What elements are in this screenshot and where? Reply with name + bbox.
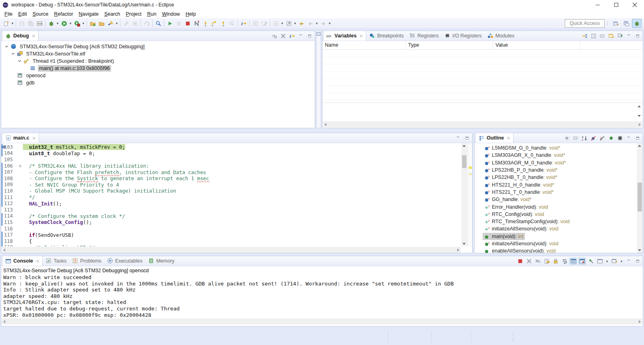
outline-item[interactable]: sHTS221_T_0_handle : void* bbox=[475, 189, 636, 196]
outline-item[interactable]: sLSM6DSM_G_0_handle : void* bbox=[475, 144, 636, 152]
close-tab-icon[interactable] bbox=[36, 259, 39, 263]
tab-modules[interactable]: Modules bbox=[485, 31, 517, 41]
menu-source[interactable]: Source bbox=[30, 10, 52, 18]
minimized-view-bar[interactable] bbox=[316, 31, 321, 128]
code-line[interactable]: 110 - Global MSP (MCU Support Package) i… bbox=[1, 188, 461, 194]
instruction-stepping-button[interactable] bbox=[251, 19, 260, 28]
show-on-stdout-button[interactable]: ab bbox=[570, 258, 577, 265]
outline-vscrollbar[interactable] bbox=[637, 143, 643, 253]
dropdown-caret-icon[interactable]: ▾ bbox=[68, 21, 72, 25]
close-tab-icon[interactable] bbox=[32, 136, 36, 140]
java-perspective-icon[interactable] bbox=[621, 19, 631, 28]
tab-memory[interactable]: Memory bbox=[145, 256, 177, 266]
back-to-main-button[interactable] bbox=[297, 19, 306, 28]
minimize-view-button[interactable] bbox=[625, 135, 632, 142]
tab-console[interactable]: Console bbox=[2, 256, 43, 266]
tab-registers[interactable]: Registers bbox=[407, 31, 442, 41]
external-tools-button[interactable] bbox=[72, 19, 81, 28]
debug-tree-row[interactable]: STM32L4xx-SensorTile Debug [Ac6 STM32 De… bbox=[1, 43, 315, 50]
run-button[interactable] bbox=[60, 19, 68, 28]
outline-item[interactable]: sLSM303AGR_M_0_handle : void* bbox=[475, 159, 636, 166]
close-tab-icon[interactable] bbox=[507, 136, 510, 140]
step-into-button[interactable] bbox=[201, 19, 210, 28]
outline-item-label[interactable]: HTS221_T_0_handle bbox=[492, 189, 540, 195]
debug-perspective-icon[interactable] bbox=[632, 19, 642, 28]
outline-item[interactable]: sLPS22HB_T_0_handle : void* bbox=[475, 174, 636, 181]
hide-non-public-button[interactable] bbox=[607, 135, 615, 142]
show-on-stderr-button[interactable] bbox=[578, 258, 586, 265]
code-line[interactable]: 115 SystemClock_Config(); bbox=[1, 219, 461, 226]
dropdown-caret-icon[interactable]: ▾ bbox=[619, 259, 623, 263]
outline-item-label[interactable]: initializeAllSensors(void) bbox=[492, 226, 546, 232]
collapse-all-button[interactable] bbox=[572, 135, 579, 142]
debug-tree-row[interactable]: gdb bbox=[1, 79, 315, 86]
dropdown-caret-icon[interactable]: ▾ bbox=[81, 21, 85, 25]
outline-item-label[interactable]: initializeAllSensors(void) bbox=[492, 241, 546, 246]
hide-macros-button[interactable] bbox=[616, 135, 623, 142]
outline-item[interactable]: sinitializeAllSensors(void) : void bbox=[475, 240, 636, 247]
minimize-view-button[interactable] bbox=[454, 135, 462, 142]
disconnect-button[interactable] bbox=[192, 19, 201, 28]
restore-view-icon[interactable] bbox=[317, 32, 320, 36]
outline-item[interactable]: enableAllSensors(void) : void bbox=[475, 247, 636, 253]
close-tab-icon[interactable] bbox=[32, 34, 35, 38]
outline-item-label[interactable]: RTC_TimeStampConfig(void) bbox=[492, 219, 557, 224]
outline-item[interactable]: sinitializeAllSensors(void) : void bbox=[475, 225, 636, 232]
expander-chevron-icon[interactable] bbox=[17, 59, 23, 64]
close-tab-icon[interactable] bbox=[359, 34, 363, 38]
maximize-view-button[interactable] bbox=[634, 258, 641, 265]
menu-help[interactable]: Help bbox=[183, 10, 199, 18]
outline-item-label[interactable]: LPS22HB_T_0_handle bbox=[492, 175, 543, 180]
tab-tasks[interactable]: Tasks bbox=[43, 256, 69, 266]
menu-refactor[interactable]: Refactor bbox=[51, 10, 76, 18]
maximize-view-button[interactable] bbox=[634, 135, 641, 142]
menu-run[interactable]: Run bbox=[144, 10, 159, 18]
outline-item-label[interactable]: HTS221_H_0_handle bbox=[492, 182, 540, 188]
minimize-view-button[interactable] bbox=[625, 33, 632, 39]
open-console-button[interactable] bbox=[611, 258, 618, 265]
code-line[interactable]: 113 bbox=[1, 207, 461, 213]
scroll-lock-button[interactable] bbox=[552, 258, 559, 265]
tab-executables[interactable]: Executables bbox=[104, 256, 145, 266]
new-view-button[interactable] bbox=[607, 33, 615, 39]
open-resource-button[interactable] bbox=[97, 19, 106, 28]
tree-node-label[interactable]: Thread #1 (Suspended : Breakpoint) bbox=[31, 58, 115, 64]
save-button[interactable] bbox=[17, 19, 26, 28]
outline-item-label[interactable]: LPS22HB_P_0_handle bbox=[492, 167, 544, 173]
terminate-button[interactable] bbox=[183, 19, 192, 28]
drop-to-frame-button[interactable] bbox=[227, 19, 236, 28]
debug-tree-row[interactable]: openocd bbox=[1, 72, 315, 79]
search-button[interactable] bbox=[154, 19, 163, 28]
minimize-window-button[interactable] bbox=[588, 0, 607, 10]
tree-node-label[interactable]: main() at main.c:103 0x8005f96 bbox=[38, 65, 111, 72]
menu-window[interactable]: Window bbox=[159, 10, 182, 18]
code-line[interactable]: 112 HAL_Init(); bbox=[1, 200, 461, 207]
console-hscrollbar[interactable] bbox=[2, 318, 642, 324]
outline-item[interactable]: sLPS22HB_P_0_handle : void* bbox=[475, 166, 636, 174]
dropdown-caret-icon[interactable]: ▾ bbox=[293, 21, 297, 25]
focus-button[interactable] bbox=[563, 135, 570, 142]
code-line[interactable]: 111 */ bbox=[1, 194, 461, 201]
mark-occurrences-button[interactable] bbox=[271, 19, 280, 28]
quick-access-box[interactable]: Quick Access bbox=[565, 19, 605, 28]
code-line[interactable]: 117 if(SendOverUSB) bbox=[1, 232, 461, 238]
debug-tree-row[interactable]: main() at main.c:103 0x8005f96 bbox=[1, 65, 315, 72]
code-line[interactable]: 116 bbox=[1, 226, 461, 232]
back-button[interactable] bbox=[306, 19, 315, 28]
console-output[interactable]: Warn : block write succeededWarn : keep_… bbox=[1, 274, 643, 318]
code-line[interactable]: 119 /* Initialize LED */ bbox=[1, 244, 461, 247]
outline-item[interactable]: sGG_handle : void* bbox=[475, 196, 636, 203]
outline-item-label[interactable]: LSM303AGR_X_0_handle bbox=[492, 152, 551, 158]
code-line[interactable]: 106⊖ /* STM32L4xx HAL library initializa… bbox=[1, 163, 461, 169]
tree-node-label[interactable]: gdb bbox=[25, 80, 36, 86]
code-line[interactable]: 103 uint32_t msTick, msTickPrev = 0; bbox=[1, 144, 461, 150]
tab-main-c[interactable]: cmain.c bbox=[2, 133, 39, 143]
column-value[interactable]: Value bbox=[493, 41, 580, 50]
menu-navigate[interactable]: Navigate bbox=[76, 10, 101, 18]
dropdown-caret-icon[interactable]: ▾ bbox=[605, 259, 609, 263]
restore-instruction-pointer-button[interactable]: i bbox=[239, 19, 248, 28]
dropdown-caret-icon[interactable]: ▾ bbox=[280, 21, 284, 25]
outline-item[interactable]: sRTC_TimeStampConfig(void) : void bbox=[475, 218, 636, 225]
show-logical-button[interactable] bbox=[581, 33, 588, 39]
code-line[interactable]: 114 /* Configure the system clock */ bbox=[1, 213, 461, 220]
